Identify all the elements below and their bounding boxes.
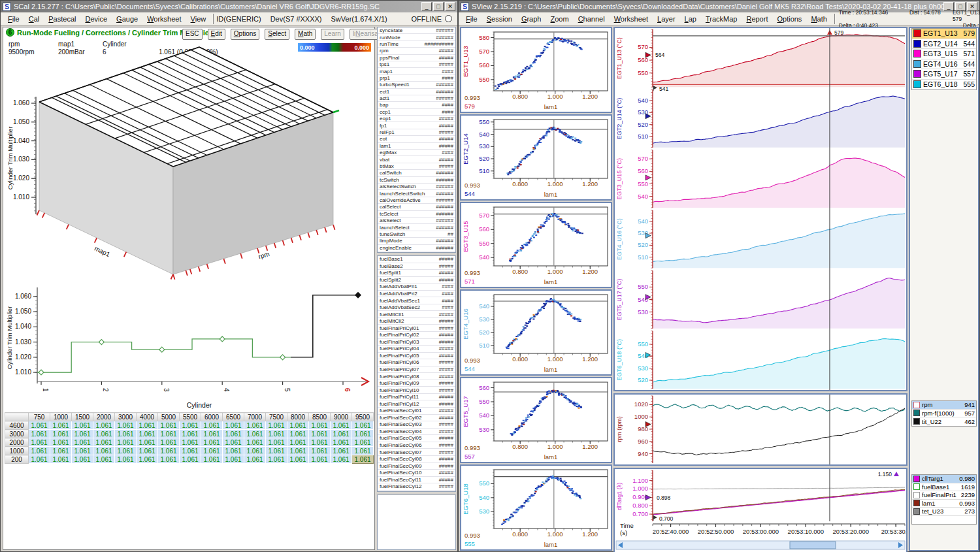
trim-cell[interactable]: 1.061 <box>93 421 115 430</box>
trim-cell[interactable]: 1.061 <box>29 430 50 438</box>
legend-row-tit_U22[interactable]: tit_U22462 <box>912 417 976 426</box>
scal-minimize-icon[interactable]: _ <box>421 2 432 11</box>
param-row[interactable]: fuelFinalPriCyl07##### <box>378 366 455 374</box>
param-row[interactable]: calSelect###### <box>378 204 455 210</box>
select-button[interactable]: Select <box>265 29 289 40</box>
trim-cell[interactable]: 1.061 <box>331 438 352 447</box>
param-row[interactable]: alsSelectSwitch###### <box>378 184 455 190</box>
scal-menu-pastecal[interactable]: Pastecal <box>44 14 80 24</box>
trim-cell[interactable]: 1.061 <box>29 421 50 430</box>
trim-cell[interactable]: 1.061 <box>180 455 201 464</box>
trim-cell[interactable]: 1.061 <box>352 430 374 438</box>
trim-cell[interactable]: 1.061 <box>266 438 287 447</box>
trim-cell[interactable]: 1.061 <box>158 438 180 447</box>
param-row[interactable]: eop1##### <box>378 116 455 122</box>
param-row[interactable]: fuelFinalSecCyl07##### <box>378 449 455 456</box>
param-row[interactable]: fuelFinalSecCyl10##### <box>378 470 455 477</box>
scal-menu-view[interactable]: View <box>186 14 211 24</box>
param-row[interactable]: fuelAddVbatSec2#### <box>378 304 455 312</box>
trim-cell[interactable]: 1.061 <box>50 438 72 447</box>
param-row[interactable]: fuelFinalSecCyl08##### <box>378 456 455 463</box>
param-row[interactable]: fuelFinalPriCyl08##### <box>378 373 455 380</box>
learn-button[interactable]: Learn <box>321 29 344 40</box>
sview-menu-trackmap[interactable]: TrackMap <box>701 14 742 24</box>
param-row[interactable]: prp1#### <box>378 75 455 82</box>
trim-cell[interactable]: 1.061 <box>309 430 331 438</box>
param-row[interactable]: syncState###### <box>378 27 455 34</box>
param-row[interactable]: turboSpeed1###### <box>378 82 455 88</box>
sview-menu-report[interactable]: Report <box>742 14 772 24</box>
sview-menu-channel[interactable]: Channel <box>574 14 610 24</box>
trim-cell[interactable]: 1.061 <box>223 455 244 464</box>
sview-menu-layer[interactable]: Layer <box>653 14 680 24</box>
param-row[interactable]: calOverrideActive###### <box>378 197 455 204</box>
legend-row-tet_U23[interactable]: tet_U23273 <box>912 508 976 516</box>
trim-cell[interactable]: 1.061 <box>244 447 266 455</box>
trim-cell[interactable]: 1.061 <box>266 455 287 464</box>
trim-cell[interactable]: 1.061 <box>352 447 374 455</box>
sview-menu-zoom[interactable]: Zoom <box>546 14 573 24</box>
trim-cell[interactable]: 1.061 <box>72 447 93 455</box>
param-row[interactable]: ect1###### <box>378 89 455 95</box>
trim-cell[interactable]: 1.061 <box>287 421 309 430</box>
trim-cell[interactable]: 1.061 <box>309 438 331 447</box>
param-row[interactable]: act1###### <box>378 95 455 102</box>
legend-row-rpm[interactable]: rpm941 <box>912 401 976 410</box>
trim-cell[interactable]: 1.061 <box>223 421 244 430</box>
param-row[interactable]: fuelMltCll1##### <box>378 311 455 318</box>
trim-cell[interactable]: 1.061 <box>244 455 266 464</box>
scatter-plot-EGT3_U15[interactable]: 5705605505400.8001.0001.200lam1EGT3_U150… <box>460 202 612 288</box>
trim-cell[interactable]: 1.061 <box>115 430 137 438</box>
param-row[interactable]: fuelSplit2##### <box>378 277 455 284</box>
trim-cell[interactable]: 1.061 <box>180 438 201 447</box>
trim-cell[interactable]: 1.061 <box>29 447 50 455</box>
scal-titlebar[interactable]: S SCal 2.15.277 : C:\Users\Public\Docume… <box>1 1 457 12</box>
param-row[interactable]: ccp1#### <box>378 109 455 116</box>
param-row[interactable]: launchSelect###### <box>378 224 455 231</box>
trim-cell[interactable]: 1.061 <box>331 430 352 438</box>
cylinder-trim-graph[interactable]: 1.0601.0501.0401.0301.0201.010Cylinder T… <box>3 282 376 412</box>
trim-cell[interactable]: 1.061 <box>287 455 309 464</box>
trim-cell[interactable]: 1.061 <box>201 421 223 430</box>
param-row[interactable]: fuelAddVbatPri2#### <box>378 291 455 298</box>
trim-cell[interactable]: 1.061 <box>180 421 201 430</box>
trim-cell[interactable]: 1.061 <box>266 447 287 455</box>
scal-menu-file[interactable]: File <box>3 14 24 24</box>
trim-cell[interactable]: 1.061 <box>72 421 93 430</box>
legend-row-EGT2_U14[interactable]: EGT2_U14544 <box>912 39 976 50</box>
trim-cell[interactable]: 1.061 <box>287 447 309 455</box>
legend-row-fuelBase1[interactable]: fuelBase11619 <box>912 483 976 492</box>
param-row[interactable]: fuelFinalPriCyl06##### <box>378 359 455 366</box>
trim-cell[interactable]: 1.061 <box>201 455 223 464</box>
legend-row-EGT5_U17[interactable]: EGT5_U17557 <box>912 69 976 80</box>
rpm-strip-panel[interactable]: 10201000980960940rpm (rpm) <box>613 393 907 466</box>
param-row[interactable]: fuelFinalPriCyl09##### <box>378 380 455 387</box>
trim-cell[interactable]: 1.061 <box>29 438 50 447</box>
trim-cell[interactable]: 1.061 <box>72 430 93 438</box>
math-button[interactable]: Math <box>295 29 316 40</box>
scal-menu-device[interactable]: Device <box>80 14 112 24</box>
trim-cell[interactable]: 1.061 <box>158 430 180 438</box>
runtime-parameter-list[interactable]: syncState######runMode######runTime#####… <box>377 27 456 253</box>
trim-cell[interactable]: 1.061 <box>93 430 115 438</box>
fuel-parameter-list[interactable]: fuelBase1#####fuelBase2#####fuelSplit1##… <box>377 255 456 492</box>
trim-cell[interactable]: 1.061 <box>223 447 244 455</box>
options-button[interactable]: Options <box>231 29 259 40</box>
param-row[interactable]: fuelFinalSecCyl02##### <box>378 415 455 422</box>
trim-cell[interactable]: 1.061 <box>93 447 115 455</box>
param-row[interactable]: fuelFinalSecCyl01##### <box>378 408 455 415</box>
trim-cell[interactable]: 1.061 <box>137 430 158 438</box>
trim-cell[interactable]: 1.061 <box>352 421 374 430</box>
param-row[interactable]: fuelFinalPriCyl11##### <box>378 394 455 401</box>
legend-row-rpm-f(1000)[interactable]: rpm-f(1000)957 <box>912 410 976 418</box>
trim-cell[interactable]: 1.061 <box>287 430 309 438</box>
param-row[interactable]: btMax##### <box>378 163 455 170</box>
param-row[interactable]: fuelFinalSecCyl03##### <box>378 421 455 429</box>
param-row[interactable]: fuelMltCll2##### <box>378 318 455 325</box>
legend-row-EGT3_U15[interactable]: EGT3_U15571 <box>912 49 976 59</box>
param-row[interactable]: fuelAddVbatSec1#### <box>378 297 455 304</box>
trim-cell[interactable]: 1.061 <box>137 421 158 430</box>
trim-cell[interactable]: 1.061 <box>115 455 137 464</box>
trim-cell[interactable]: 1.061 <box>115 447 137 455</box>
trim-cell[interactable]: 1.061 <box>309 421 331 430</box>
